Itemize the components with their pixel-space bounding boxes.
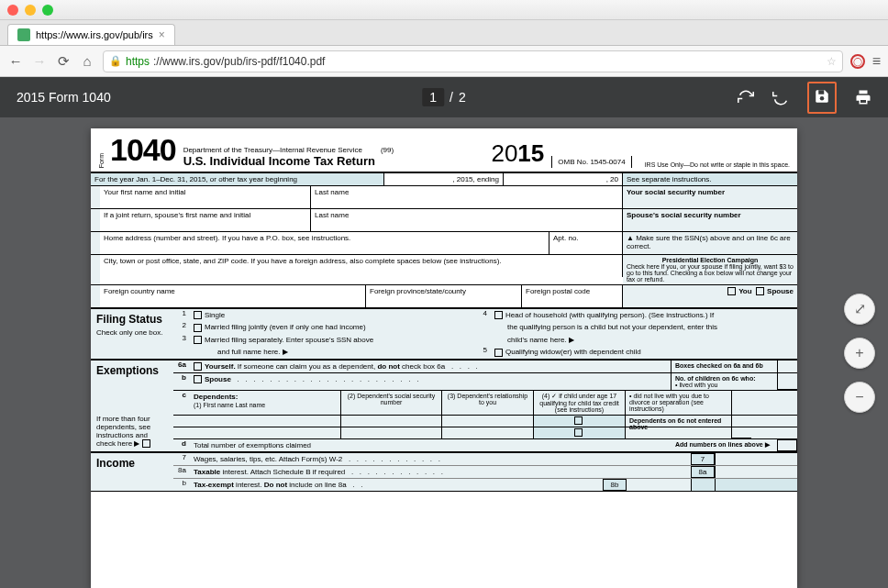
tax-year-begin: For the year Jan. 1–Dec. 31, 2015, or ot… [91,173,384,185]
filing-status-heading: Filing StatusCheck only one box. [91,309,173,359]
ssn-warning: ▲ Make sure the SSN(s) above and on line… [623,232,797,254]
fit-page-button[interactable]: ⤢ [844,294,875,325]
pdf-toolbar: 2015 Form 1040 1 / 2 [0,77,888,117]
url-bar[interactable]: 🔒 https://www.irs.gov/pub/irs-pdf/f1040.… [103,50,843,72]
pec-block: Presidential Election Campaign Check her… [623,255,797,284]
form-number: 1040 [110,132,176,168]
6a-checkbox[interactable] [194,362,202,371]
foreign-province-label: Foreign province/state/county [366,285,522,307]
pdf-title: 2015 Form 1040 [17,90,111,105]
download-button-highlight [807,82,837,114]
tax-year-20: , 20 [504,173,623,185]
reload-button[interactable]: ⟳ [55,53,72,70]
fs-mfj-checkbox[interactable] [194,324,202,332]
forward-button[interactable]: → [31,53,48,70]
irs-use-only: IRS Use Only—Do not write or staple in t… [639,161,790,168]
exemptions-heading: Exemptions If more than four dependents,… [91,361,173,451]
page-total: 2 [459,90,466,105]
omb-number: OMB No. 1545-0074 [551,156,631,168]
last-name-label: Last name [311,186,623,208]
city-label: City, town or post office, state, and ZI… [100,255,623,277]
back-button[interactable]: ← [7,53,24,70]
rotate-cw-icon[interactable] [738,89,754,105]
fs-hoh-checkbox[interactable] [494,311,503,319]
tab-title: https://www.irs.gov/pub/irs [36,29,153,40]
address-label: Home address (number and street). If you… [100,232,549,254]
fs-mfs-checkbox[interactable] [194,336,202,344]
menu-button[interactable]: ≡ [872,53,881,70]
fs-qw-checkbox[interactable] [494,349,503,357]
bookmark-star-icon[interactable]: ☆ [827,55,837,68]
zoom-out-button[interactable]: − [844,382,875,413]
year-suffix: 15 [517,139,544,167]
lock-icon: 🔒 [109,55,122,67]
pdf-page-indicator: 1 / 2 [422,88,465,106]
spouse-first-label: If a joint return, spouse's first name a… [100,209,311,231]
close-window-button[interactable] [7,5,18,16]
minimize-window-button[interactable] [25,5,36,16]
year-prefix: 20 [491,139,517,167]
svg-rect-1 [860,100,866,103]
foreign-country-label: Foreign country name [100,285,366,307]
zoom-controls: ⤢ + − [844,294,875,413]
form-title: U.S. Individual Income Tax Return [183,154,484,168]
form-label: Form [98,153,105,168]
pdf-viewport[interactable]: Form 1040 Department of the Treasury—Int… [0,117,888,588]
home-button[interactable]: ⌂ [79,53,95,70]
url-path: ://www.irs.gov/pub/irs-pdf/f1040.pdf [153,55,325,68]
print-icon[interactable] [855,89,871,105]
download-icon[interactable] [814,88,830,105]
pec-checkboxes: You Spouse [623,285,797,307]
tab-close-icon[interactable]: × [159,28,165,41]
zoom-window-button[interactable] [42,5,53,16]
page-current[interactable]: 1 [422,88,444,106]
foreign-postal-label: Foreign postal code [522,285,623,307]
first-name-label: Your first name and initial [100,186,311,208]
ssn-label: Your social security number [623,186,797,208]
rotate-ccw-icon[interactable] [772,89,789,105]
6b-checkbox[interactable] [194,375,202,383]
form-1040-document: Form 1040 Department of the Treasury—Int… [91,128,797,588]
page-separator: / [450,90,453,105]
spouse-ssn-label: Spouse's social security number [623,209,797,231]
zoom-in-button[interactable]: + [844,338,875,369]
browser-toolbar: ← → ⟳ ⌂ 🔒 https://www.irs.gov/pub/irs-pd… [0,46,888,77]
apt-label: Apt. no. [549,232,623,254]
code-99: (99) [381,146,394,154]
svg-point-0 [820,96,825,101]
spouse-last-label: Last name [311,209,623,231]
tab-bar: https://www.irs.gov/pub/irs × [0,20,888,46]
adblock-icon[interactable]: ◯ [850,54,865,69]
income-heading: Income [91,453,173,491]
url-scheme: https [126,55,150,68]
traffic-lights [7,5,53,16]
browser-tab[interactable]: https://www.irs.gov/pub/irs × [7,24,175,45]
pdf-actions [738,82,871,114]
tax-year-mid: , 2015, ending [384,173,504,185]
favicon-icon [17,28,30,41]
fs-single-checkbox[interactable] [194,311,202,319]
dept-text: Department of the Treasury—Internal Reve… [183,146,362,154]
window-titlebar [0,0,888,20]
see-instructions: See separate instructions. [623,173,797,185]
